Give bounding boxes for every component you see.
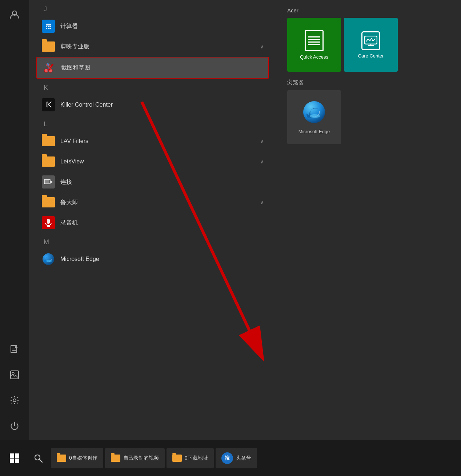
section-j-letter: J xyxy=(36,0,269,16)
killer-item[interactable]: 𝕂 Killer Control Center xyxy=(36,95,269,115)
svg-rect-12 xyxy=(46,28,47,29)
svg-rect-26 xyxy=(47,219,50,224)
settings-sidebar-icon[interactable] xyxy=(7,393,22,408)
taskbar-sogou-item[interactable]: 搜 头条号 xyxy=(216,448,257,468)
letsview-chevron-icon: ∨ xyxy=(260,159,264,164)
recorder-icon xyxy=(42,216,55,229)
calculator-label: 计算器 xyxy=(60,23,264,30)
taskbar-downloads-folder-icon xyxy=(172,455,182,462)
search-button[interactable] xyxy=(27,447,49,469)
lav-filters-item[interactable]: LAV Filters ∨ xyxy=(36,131,269,151)
edge-browser-tile-icon xyxy=(302,100,326,125)
taskbar-media-folder-icon xyxy=(57,455,66,462)
calculator-item[interactable]: 计算器 xyxy=(36,16,269,36)
taskbar-sogou-icon: 搜 xyxy=(221,452,233,464)
svg-rect-37 xyxy=(10,453,14,458)
svg-rect-39 xyxy=(10,459,14,463)
care-center-tile-icon xyxy=(361,31,380,50)
photos-sidebar-icon[interactable] xyxy=(7,368,22,382)
recorder-item[interactable]: 录音机 xyxy=(36,213,269,233)
tiles-panel: Acer Quick Access xyxy=(276,0,461,440)
acer-tile-row: Quick Access Care Center xyxy=(287,18,450,72)
letsview-item[interactable]: LetsView ∨ xyxy=(36,151,269,172)
ludashi-item[interactable]: 鲁大师 ∨ xyxy=(36,192,269,213)
letsview-folder-icon xyxy=(42,155,55,168)
taskbar: 0自媒体创作 自己录制的视频 0下载地址 搜 头条号 xyxy=(0,440,461,476)
edge-list-label: Microsoft Edge xyxy=(60,256,264,262)
connect-icon xyxy=(42,175,55,189)
calculator-icon xyxy=(42,20,55,33)
svg-rect-9 xyxy=(46,26,47,27)
svg-rect-24 xyxy=(51,181,52,183)
section-k-letter: K xyxy=(36,79,269,95)
svg-point-15 xyxy=(44,69,48,72)
browser-section-title: 浏览器 xyxy=(287,79,450,86)
quick-access-tile-label: Quick Access xyxy=(300,54,328,60)
app-list: J 计算器 xyxy=(29,0,276,440)
lav-folder-icon xyxy=(42,135,55,148)
svg-point-34 xyxy=(303,101,325,123)
taskbar-videos-label: 自己录制的视频 xyxy=(123,455,159,461)
snip-sketch-label: 截图和草图 xyxy=(61,64,263,72)
taskbar-downloads-item[interactable]: 0下载地址 xyxy=(167,448,214,468)
edge-tile-label: Microsoft Edge xyxy=(298,129,330,134)
ludashi-chevron-icon: ∨ xyxy=(260,199,264,205)
svg-point-30 xyxy=(46,260,52,262)
section-l-letter: L xyxy=(36,115,269,131)
svg-rect-38 xyxy=(15,453,19,458)
edge-icon xyxy=(42,253,55,266)
snip-sketch-item[interactable]: 截图和草图 xyxy=(36,57,269,79)
connect-item[interactable]: 连接 xyxy=(36,172,269,192)
svg-line-42 xyxy=(39,459,42,462)
killer-icon: 𝕂 xyxy=(42,98,55,111)
killer-label: Killer Control Center xyxy=(60,102,264,108)
acer-section-title: Acer xyxy=(287,7,450,13)
user-avatar-button[interactable] xyxy=(7,7,22,22)
taskbar-downloads-label: 0下载地址 xyxy=(185,455,208,461)
section-m-letter: M xyxy=(36,233,269,249)
browser-tile-row: Microsoft Edge xyxy=(287,90,450,144)
taskbar-videos-folder-icon xyxy=(111,455,120,462)
document-sidebar-icon[interactable] xyxy=(7,342,22,357)
svg-rect-4 xyxy=(11,371,19,379)
taskbar-media-label: 0自媒体创作 xyxy=(69,455,97,461)
ludashi-folder-icon xyxy=(42,196,55,209)
jianying-folder-icon xyxy=(42,40,55,53)
quick-access-tile[interactable]: Quick Access xyxy=(287,18,341,72)
jianying-label: 剪映专业版 xyxy=(60,43,254,51)
lav-chevron-icon: ∨ xyxy=(260,138,264,144)
care-center-tile-label: Care Center xyxy=(358,53,384,59)
svg-rect-10 xyxy=(48,26,49,27)
svg-point-29 xyxy=(43,253,54,265)
svg-rect-11 xyxy=(49,26,51,27)
care-center-tile[interactable]: Care Center xyxy=(344,18,398,72)
ludashi-label: 鲁大师 xyxy=(60,199,254,206)
letsview-label: LetsView xyxy=(60,158,254,165)
quick-access-tile-icon xyxy=(305,30,324,51)
recorder-label: 录音机 xyxy=(60,219,264,227)
taskbar-videos-item[interactable]: 自己录制的视频 xyxy=(105,448,165,468)
svg-point-5 xyxy=(12,372,14,374)
svg-rect-40 xyxy=(15,459,19,463)
svg-rect-23 xyxy=(45,180,49,183)
power-sidebar-icon[interactable] xyxy=(7,419,22,433)
svg-point-6 xyxy=(13,399,16,402)
sidebar xyxy=(0,0,29,440)
svg-point-35 xyxy=(310,114,320,118)
connect-label: 连接 xyxy=(60,178,264,186)
lav-label: LAV Filters xyxy=(60,138,254,144)
taskbar-media-item[interactable]: 0自媒体创作 xyxy=(51,448,103,468)
edge-item[interactable]: Microsoft Edge xyxy=(36,249,269,269)
svg-rect-13 xyxy=(48,28,49,29)
snip-sketch-icon xyxy=(43,61,56,74)
svg-rect-14 xyxy=(49,28,51,29)
svg-rect-8 xyxy=(46,24,51,25)
start-button[interactable] xyxy=(4,447,25,469)
jianying-chevron-icon: ∨ xyxy=(260,44,264,49)
edge-browser-tile[interactable]: Microsoft Edge xyxy=(287,90,341,144)
start-menu: J 计算器 xyxy=(0,0,461,440)
jianying-folder-item[interactable]: 剪映专业版 ∨ xyxy=(36,36,269,57)
taskbar-sogou-label: 头条号 xyxy=(236,455,251,461)
